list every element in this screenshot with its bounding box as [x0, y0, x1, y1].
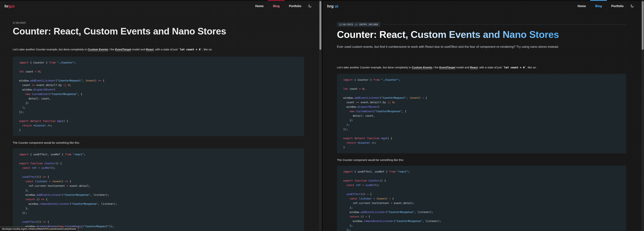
text-link[interactable]: Custom Events: [88, 48, 108, 51]
code-line: export default function App() {: [19, 119, 298, 123]
code-line: return () ⇒ {: [343, 214, 620, 219]
counter-component-paragraph: The Counter component would be something…: [13, 141, 304, 145]
scrollbar-thumb[interactable]: [642, 1, 644, 50]
inline-code: `let count = 0`: [178, 48, 202, 51]
code-line: [343, 187, 620, 192]
text-link[interactable]: React: [470, 66, 478, 69]
post-meta-row: 2/10/2025 // ENTRY_RECORD: [337, 22, 626, 27]
code-line: window.removeEventListener("CounterRespo…: [19, 202, 298, 206]
theme-toggle-button[interactable]: [308, 0, 312, 12]
text-link[interactable]: React: [146, 48, 154, 51]
code-line: window.addEventListener("CounterRequest"…: [19, 78, 298, 83]
nav-item-portfolio[interactable]: Portfolio: [289, 0, 301, 12]
nav-item-home[interactable]: Home: [255, 0, 264, 12]
text-span: model and: [131, 48, 146, 51]
article: 2/10/2025 Counter: React, Custom Events …: [13, 12, 304, 231]
code-line: new CustomEvent("CounterResponse", {: [19, 92, 298, 96]
code-block-app: import { Counter } from "./Counter"; let…: [337, 74, 626, 153]
text-link[interactable]: Custom Events: [412, 66, 432, 69]
code-line: };: [343, 223, 620, 228]
counter-component-paragraph: The Counter component would be something…: [337, 158, 626, 162]
text-link[interactable]: EventTarget: [115, 48, 131, 51]
code-line: export default function App() {: [343, 136, 620, 140]
code-line: export function Counter() {: [19, 161, 298, 166]
inline-code: `let count = 0`: [502, 66, 526, 69]
code-line: count += event.detail?.by || 0;: [19, 83, 298, 87]
site-logo[interactable]: hrgui: [4, 0, 14, 12]
scrollbar[interactable]: [642, 0, 644, 231]
text-span: , with a state of just: [154, 48, 178, 51]
code-line: [343, 82, 620, 86]
code-line: window.addEventListener("CounterResponse…: [19, 192, 298, 197]
nav-item-blog[interactable]: Blog: [595, 0, 602, 12]
code-line: window.addEventListener("CounterResponse…: [343, 210, 620, 214]
window-old-blog: hrgui HomeBlogPortfolio 2/10/2025 Counte…: [0, 0, 322, 231]
nav-item-blog[interactable]: Blog: [273, 0, 280, 12]
code-line: ref.current.textContent = event.detail;: [343, 201, 620, 205]
code-line: }): [343, 118, 620, 122]
nav-links: HomeBlogPortfolio: [255, 0, 301, 12]
code-line: [343, 132, 620, 136]
code-block-counter: import { useEffect, useRef } from "react…: [337, 166, 626, 231]
code-line: window.removeEventListener("CounterRespo…: [343, 219, 620, 223]
moon-icon: [308, 4, 312, 8]
code-line: export function Counter() {: [343, 178, 620, 183]
site-logo[interactable]: hrg ui: [327, 0, 338, 12]
code-line: [19, 215, 298, 220]
intro-paragraph: Let's take another Counter example, but …: [13, 48, 304, 51]
code-line: [343, 174, 620, 178]
scrollbar[interactable]: [319, 0, 322, 231]
active-tab-indicator: [590, 0, 607, 1]
code-line: [19, 170, 298, 174]
post-title: Counter: React, Custom Events and Nano S…: [337, 30, 626, 40]
code-line: };: [343, 205, 620, 210]
code-line: window.addEventListener("CounterRequest"…: [343, 96, 620, 100]
text-span: Let's take another Counter example, but …: [13, 48, 88, 51]
code-line: import { Counter } from "./Counter";: [343, 78, 620, 82]
code-line: const listener = (event) ⇒ {: [343, 196, 620, 201]
code-line: [19, 65, 298, 69]
window-new-blog: hrg ui HomeBlogPortfolio 2/10/2025 // EN…: [323, 0, 644, 231]
code-block-app: import { Counter } from "./Counter"; let…: [13, 56, 304, 136]
code-line: return <Counter />;: [19, 123, 298, 128]
code-line: count += event.detail?.by || 0;: [343, 100, 620, 104]
post-meta-chip: 2/10/2025 // ENTRY_RECORD: [337, 22, 380, 27]
code-line: ref.current.textContent = event.detail;: [19, 184, 298, 188]
nav-item-portfolio[interactable]: Portfolio: [611, 0, 624, 12]
text-link[interactable]: EventTarget: [440, 66, 456, 69]
intro-paragraph: Let's take another Counter example, but …: [337, 66, 626, 69]
logo-text: hr: [4, 4, 8, 8]
code-line: let count = 0;: [343, 86, 620, 91]
code-line: const ref = useRef();: [19, 166, 298, 170]
code-line: detail: count,: [343, 114, 620, 118]
article: 2/10/2025 // ENTRY_RECORD Counter: React…: [337, 12, 626, 231]
code-line: import { Counter } from "./Counter";: [19, 60, 298, 65]
logo-accent-text: ui: [334, 4, 338, 8]
nav-item-home[interactable]: Home: [578, 0, 586, 12]
code-line: });: [19, 110, 298, 114]
logo-accent-text: gui: [8, 4, 14, 8]
code-line: }): [19, 101, 298, 105]
code-line: new CustomEvent("CounterResponse", {: [343, 109, 620, 114]
text-span: / the: [108, 48, 115, 51]
link-status-bar: developer.mozilla.org/en-US/docs/Web/API…: [0, 227, 78, 231]
code-line: };: [19, 188, 298, 192]
scrollbar-thumb[interactable]: [320, 1, 321, 50]
code-line: );: [343, 122, 620, 127]
text-span: model and: [455, 66, 470, 69]
code-line: return <Counter />;: [343, 140, 620, 145]
theme-toggle-button[interactable]: [630, 0, 634, 12]
active-tab-indicator: [268, 0, 285, 1]
code-line: [19, 114, 298, 119]
code-line: import { useEffect, useRef } from "react…: [343, 169, 620, 174]
code-block-counter: import { useEffect, useRef } from "react…: [13, 148, 304, 231]
code-line: import { useEffect, useRef } from "react…: [19, 152, 298, 156]
logo-text: hrg: [327, 4, 334, 8]
text-span: , with a state of just: [478, 66, 502, 69]
code-line: });: [343, 228, 620, 231]
post-title: Counter: React, Custom Events and Nano S…: [13, 26, 304, 36]
navbar: hrgui HomeBlogPortfolio: [0, 0, 319, 12]
code-line: });: [19, 210, 298, 215]
code-line: }: [343, 145, 620, 150]
code-line: };: [19, 206, 298, 210]
